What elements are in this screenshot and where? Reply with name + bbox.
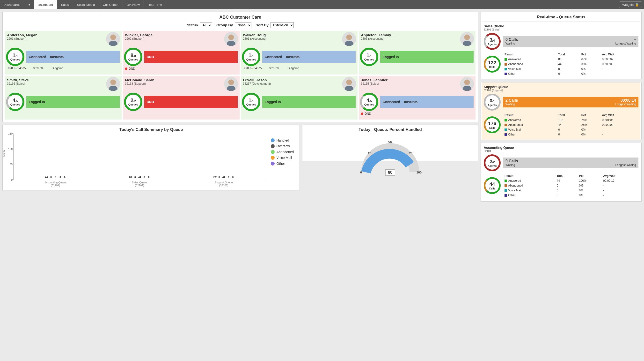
agent-status: Logged In <box>265 100 281 104</box>
call-duration: 00:00:05 <box>269 67 280 70</box>
queue-name: Sales Queue <box>484 24 638 28</box>
gauge-value: 80 <box>385 169 395 176</box>
bar-value: 0 <box>64 176 66 179</box>
gauge-tick-25: 25 <box>368 151 371 155</box>
panel-title: ABC Customer Care <box>4 13 477 21</box>
legend-item: Other <box>271 162 294 166</box>
result-avg: - <box>602 188 638 193</box>
groupby-select[interactable]: None <box>235 22 252 28</box>
status-bar: Logged In <box>262 96 356 108</box>
avatar <box>342 77 356 91</box>
result-swatch <box>504 133 507 136</box>
result-pct: 0% <box>578 193 602 197</box>
gauge-tick-100: 100 <box>416 171 422 174</box>
result-swatch <box>504 119 507 122</box>
tab-real-time[interactable]: Real-Time <box>144 0 166 9</box>
widgets-button[interactable]: Widgets 🔒 <box>619 2 642 8</box>
result-avg: - <box>601 128 638 132</box>
svg-point-1 <box>108 41 118 46</box>
agents-label: Agents <box>488 164 496 167</box>
result-pct: 100% <box>578 179 602 183</box>
queue-label: Queues <box>128 58 138 61</box>
agent-name: Appleton, Tammy <box>361 33 474 37</box>
queue-ring: 4/5 Queues <box>6 93 24 111</box>
result-label: Abandoned <box>508 184 523 187</box>
status-select[interactable]: All <box>200 22 212 28</box>
legend-item: Overflow <box>271 144 294 148</box>
status-bar: Logged In <box>380 51 474 63</box>
bar-value: 0 <box>144 176 145 179</box>
table-row: Other00%- <box>504 72 638 76</box>
result-total: 0 <box>557 72 580 76</box>
result-total: 44 <box>557 123 580 127</box>
agent-card[interactable]: Appleton, Tammy 2305 (Accounting) 1/1 Qu… <box>359 31 476 75</box>
queue-label: Queues <box>10 103 20 106</box>
agent-card[interactable]: Jones, Jennifer 32135 (Sales) 4/5 Queues… <box>359 76 476 120</box>
queue-info-bar: 2 Calls00:00:14 WaitingLongest Waiting <box>503 97 638 107</box>
result-swatch <box>504 189 507 192</box>
result-pct: 25% <box>580 123 601 127</box>
lock-icon: 🔒 <box>635 3 639 7</box>
bar-value: 44 <box>222 176 225 179</box>
brand-dropdown[interactable]: Dashboards ▾ <box>0 0 34 9</box>
queue-sub: 32101 (Sales) <box>484 28 638 31</box>
agent-extension: 2301 (Accounting) <box>243 37 356 41</box>
svg-point-13 <box>344 86 354 91</box>
agents-label: Agents <box>488 104 496 107</box>
legend-item: Handled <box>271 138 294 142</box>
agent-card[interactable]: Winkler, George 2202 (Support) 8/8 Queue… <box>123 31 240 75</box>
queue-count: 1 <box>366 52 370 58</box>
result-label: Abandoned <box>508 123 523 127</box>
waiting-label: Waiting <box>506 103 515 106</box>
agent-card[interactable]: McDonald, Sarah 32138 (Support) 2/2 Queu… <box>123 76 240 120</box>
col-result: Result <box>504 113 557 117</box>
tab-dashboard[interactable]: Dashboard <box>34 0 57 9</box>
agent-name: Walker, Doug <box>243 33 356 37</box>
agent-extension: 32135 (Sales) <box>361 82 474 85</box>
x-tick-label: Support Queue (32102) <box>212 181 236 187</box>
table-row: Answered44100%00:00:12 <box>504 179 638 183</box>
agent-card[interactable]: Walker, Doug 2301 (Accounting) 1/1 Queue… <box>241 31 358 75</box>
result-avg: 00:00:09 <box>601 57 638 62</box>
bar-value: 0 <box>148 176 150 179</box>
tab-social-media[interactable]: Social Media <box>73 0 99 9</box>
queue-label: Queues <box>364 103 374 106</box>
agent-card[interactable]: Anderson, Megan 2201 (Support) 1/1 Queue… <box>5 31 122 75</box>
legend-item: Voice Mail <box>271 156 294 160</box>
tab-sales[interactable]: Sales <box>57 0 73 9</box>
agent-extension: 2201 (Support) <box>7 37 120 41</box>
tab-overview[interactable]: Overview <box>123 0 144 9</box>
agent-status: Logged In <box>383 55 399 59</box>
svg-point-8 <box>110 79 116 85</box>
call-number: 99055764575 <box>8 67 26 70</box>
svg-point-0 <box>110 34 116 40</box>
x-tick-label: Accounting Queue (32104) <box>43 181 68 187</box>
result-label: Other <box>508 133 516 136</box>
agent-card[interactable]: O'Neill, Jason 33237 (Development) 1/1 Q… <box>241 76 358 120</box>
result-total: 132 <box>557 118 580 122</box>
bar-chart-panel: Today's Call Summary by Queue Values 050… <box>2 125 300 190</box>
status-bar: Connected 00:00:05 <box>26 51 120 63</box>
table-row: Answered13275%00:01:05 <box>504 118 638 122</box>
result-avg: - <box>602 183 638 188</box>
agents-label: Agents <box>488 43 496 46</box>
calls-waiting: 0 Calls <box>506 159 518 163</box>
result-total: 0 <box>556 183 578 188</box>
queue-block: Accounting Queue 32104 2/2 Agents 0 Call… <box>482 143 640 200</box>
legend-item: Abandoned <box>271 150 294 154</box>
y-tick: 100 <box>6 148 12 151</box>
sortby-select[interactable]: Extension <box>270 22 294 28</box>
queue-sub: 32104 <box>484 150 638 152</box>
table-row: Other00%- <box>504 193 638 197</box>
calls-count: 176 <box>488 121 496 126</box>
results-table: ResultTotalPctAvg Wait Answered13275%00:… <box>503 113 638 137</box>
avatar <box>224 32 238 46</box>
result-pct: 0% <box>580 72 601 76</box>
queue-block: Support Queue 32102 (Support) 0/1 Agents… <box>482 82 640 140</box>
agent-extension: 2305 (Accounting) <box>361 37 474 41</box>
tab-call-center[interactable]: Call Center <box>99 0 123 9</box>
table-row: Other00%- <box>504 132 638 137</box>
result-pct: 0% <box>580 132 601 137</box>
agents-count: 0 <box>490 98 492 103</box>
agent-card[interactable]: Smith, Steve 32136 (Sales) 4/5 Queues Lo… <box>5 76 122 120</box>
